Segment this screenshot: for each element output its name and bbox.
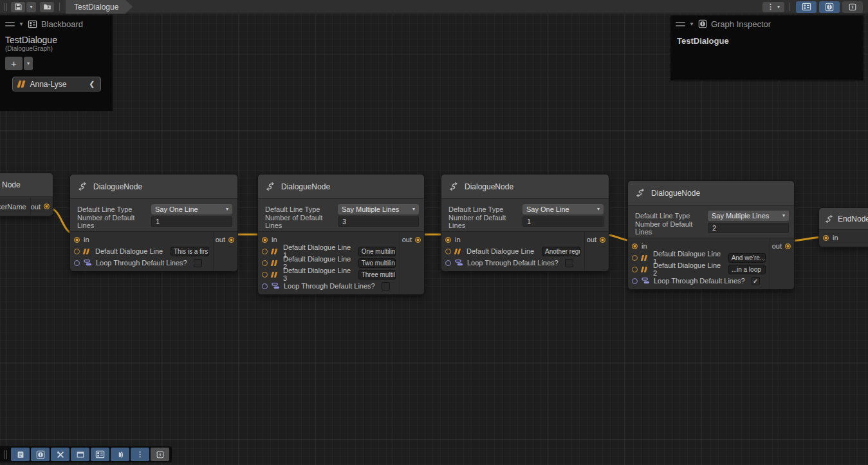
loop-port-dot[interactable] — [445, 260, 451, 266]
add-property-button[interactable]: + — [5, 57, 23, 70]
num-lines-field[interactable]: 1 — [151, 216, 232, 227]
line-port-dot[interactable] — [262, 249, 268, 254]
loop-checkbox[interactable] — [382, 282, 390, 290]
line-port-dot[interactable] — [632, 267, 638, 272]
chevron-left-icon[interactable]: ❮ — [89, 80, 95, 88]
dialogue-line-field[interactable]: Two multiline — [358, 258, 396, 268]
dialogue-line-field[interactable]: Three multilin — [358, 270, 396, 280]
port-out[interactable]: out — [31, 203, 53, 211]
node-header[interactable]: DialogueNode — [441, 175, 609, 199]
line-type-dropdown[interactable]: Say One Line ▾ — [522, 204, 604, 214]
toolbar-drag-handle-icon[interactable] — [5, 3, 7, 11]
drag-handle-icon[interactable] — [676, 22, 685, 26]
tools-button[interactable] — [51, 448, 69, 461]
console-icon — [16, 450, 25, 459]
loop-port-dot[interactable] — [74, 260, 80, 266]
num-lines-field[interactable]: 2 — [708, 223, 789, 233]
node-title: DialogueNode — [651, 189, 700, 198]
node-header[interactable]: DialogueNode — [258, 175, 424, 199]
port-out[interactable]: out — [400, 234, 421, 245]
node-header[interactable]: EndNode — [819, 208, 868, 230]
dialogue-line-field[interactable]: And we're... — [728, 253, 766, 263]
node-header[interactable]: DialogueNode — [70, 175, 237, 199]
port-out[interactable]: out — [770, 240, 791, 252]
blackboard-header[interactable]: ▼ Blackboard — [0, 15, 113, 32]
num-lines-field[interactable]: 3 — [338, 216, 419, 227]
collapse-caret-icon[interactable]: ▼ — [19, 21, 24, 27]
port-out[interactable]: out — [585, 234, 605, 245]
more-button[interactable]: ⋮ — [131, 448, 149, 461]
loop-checkbox[interactable] — [565, 259, 573, 267]
dialogue-line-field[interactable]: Another regu — [542, 247, 580, 256]
loop-port-dot[interactable] — [262, 283, 268, 289]
blackboard-button[interactable] — [91, 448, 109, 461]
out-port-dot[interactable] — [785, 243, 791, 249]
save-dropdown-button[interactable]: ▾ — [26, 2, 36, 12]
toolbar-drag-handle-icon[interactable] — [5, 450, 7, 459]
port-loop[interactable]: Loop Through Default Lines? — [445, 257, 584, 269]
port-dialogue-line[interactable]: Default Dialogue Line Another regu — [445, 245, 584, 257]
collapse-caret-icon[interactable]: ▼ — [689, 21, 694, 27]
spark-button[interactable] — [151, 448, 169, 461]
out-port-dot[interactable] — [600, 237, 605, 243]
line-type-dropdown[interactable]: Say One Line ▾ — [151, 204, 232, 214]
dialogue-node-4[interactable]: DialogueNode Default Line Type Say Multi… — [627, 180, 795, 290]
port-speaker-name[interactable]: kerName — [0, 197, 31, 216]
node-header[interactable]: DialogueNode — [628, 181, 794, 205]
console-button[interactable] — [11, 448, 30, 461]
open-asset-button[interactable] — [40, 2, 54, 12]
line-type-dropdown[interactable]: Say Multiple Lines ▾ — [708, 211, 789, 221]
dialogue-line-field[interactable]: ...in a loop — [728, 265, 766, 274]
dialogue-node-1[interactable]: DialogueNode Default Line Type Say One L… — [69, 174, 238, 272]
blackboard-icon — [28, 19, 37, 29]
inspector-toggle-button[interactable] — [819, 1, 840, 13]
line-type-dropdown[interactable]: Say Multiple Lines ▾ — [338, 204, 419, 214]
blackboard-property-anna-lyse[interactable]: Anna-Lyse ❮ — [12, 77, 101, 91]
end-node[interactable]: EndNode in — [818, 207, 868, 247]
blackboard-toggle-button[interactable] — [796, 1, 817, 13]
add-property-caret-icon[interactable]: ▾ — [24, 57, 33, 70]
toolbar-menu-button[interactable]: ⋮ ▾ — [762, 2, 784, 12]
graph-inspector-header[interactable]: ▼ Graph Inspector — [670, 15, 863, 32]
line-port-dot[interactable] — [74, 249, 80, 254]
window-button[interactable] — [71, 448, 89, 461]
node-header[interactable]: Node — [0, 173, 53, 197]
port-dialogue-line-3[interactable]: Default Dialogue Line 3 Three multilin — [262, 269, 400, 280]
graph-tab[interactable]: TestDialogue — [66, 0, 133, 14]
in-port-dot[interactable] — [445, 237, 451, 243]
port-out[interactable]: out — [214, 234, 234, 245]
out-port-dot[interactable] — [44, 204, 50, 209]
line-port-dot[interactable] — [632, 255, 638, 261]
out-port-dot[interactable] — [228, 237, 234, 243]
port-dialogue-line[interactable]: Default Dialogue Line This is a first — [74, 245, 213, 257]
dialogue-line-field[interactable]: One multiline — [358, 247, 396, 256]
info-button[interactable] — [31, 448, 50, 461]
out-port-dot[interactable] — [415, 237, 421, 243]
port-in[interactable]: in — [74, 234, 213, 245]
line-port-dot[interactable] — [445, 249, 451, 254]
port-in[interactable]: in — [445, 234, 584, 245]
in-port-dot[interactable] — [823, 235, 829, 241]
num-lines-field[interactable]: 1 — [522, 216, 604, 227]
dialogue-node-2[interactable]: DialogueNode Default Line Type Say Multi… — [257, 174, 425, 295]
in-port-dot[interactable] — [632, 243, 638, 249]
transition-button[interactable] — [111, 448, 129, 461]
in-port-dot[interactable] — [262, 237, 268, 243]
save-button[interactable] — [11, 2, 25, 12]
line-port-dot[interactable] — [262, 260, 268, 266]
port-in[interactable]: in — [823, 232, 868, 243]
loop-port-dot[interactable] — [632, 278, 638, 284]
node-partial-left[interactable]: Node kerName out — [0, 173, 53, 216]
folder-open-icon — [43, 3, 51, 11]
line-port-dot[interactable] — [262, 272, 268, 278]
drag-handle-icon[interactable] — [5, 22, 15, 26]
spark-toggle-button[interactable] — [842, 1, 863, 13]
port-loop[interactable]: Loop Through Default Lines? — [74, 257, 213, 269]
menu-caret-icon: ▾ — [777, 4, 780, 10]
dialogue-node-3[interactable]: DialogueNode Default Line Type Say One L… — [441, 174, 609, 272]
loop-checkbox[interactable] — [194, 259, 202, 267]
in-port-dot[interactable] — [74, 237, 80, 243]
loop-checkbox-checked[interactable]: ✓ — [752, 277, 760, 285]
dialogue-line-field[interactable]: This is a first — [171, 247, 209, 256]
port-dialogue-line-2[interactable]: Default Dialogue Line 2 ...in a loop — [632, 263, 770, 275]
